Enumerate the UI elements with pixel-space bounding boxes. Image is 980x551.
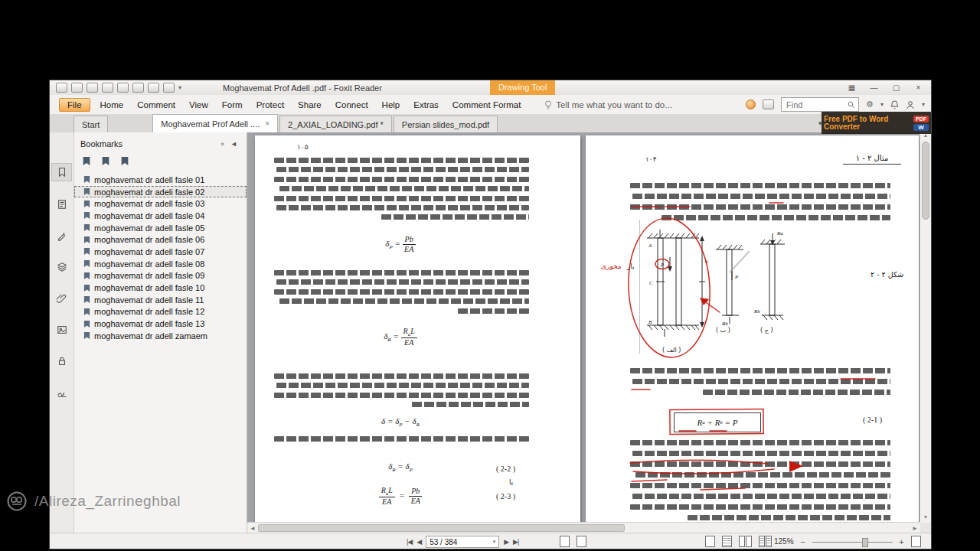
horizontal-scrollbar[interactable]: ◄ ► — [247, 522, 920, 533]
typewriter-icon[interactable] — [763, 99, 774, 109]
vertical-scrollbar-thumb[interactable] — [922, 142, 929, 220]
notification-bell-icon[interactable] — [890, 100, 899, 109]
bookmarks-expand-icon[interactable]: » — [217, 140, 227, 148]
menu-help[interactable]: Help — [375, 98, 407, 112]
layers-panel-icon[interactable] — [52, 259, 71, 276]
tab-moghavemat[interactable]: Moghavemat Prof Adell .... × — [152, 114, 278, 132]
horizontal-scrollbar-thumb[interactable] — [258, 524, 625, 532]
settings-caret-icon[interactable]: ▾ — [880, 101, 884, 108]
snapshot-icon[interactable] — [148, 83, 159, 93]
previous-page-icon[interactable]: ◀ — [416, 538, 421, 546]
bookmark-item[interactable]: moghavemat dr adell fasle 11 — [74, 294, 247, 306]
user-caret-icon[interactable]: ▾ — [922, 101, 925, 108]
hand-tool-icon[interactable] — [163, 83, 175, 93]
scroll-down-icon[interactable]: ▼ — [920, 514, 931, 523]
equation-tag: ( 2-1 ) — [863, 416, 882, 424]
tab-persian-slides[interactable]: Persian slides_mod.pdf — [394, 116, 498, 132]
page-spinner-icon[interactable]: ▾ — [493, 539, 496, 545]
bookmark-item[interactable]: moghavemat dr adell fasle 07 — [74, 246, 247, 258]
menu-connect[interactable]: Connect — [328, 98, 375, 112]
menu-home[interactable]: Home — [93, 98, 131, 112]
bookmark-item[interactable]: moghavemat dr adell fasle 06 — [74, 233, 247, 246]
search-icon[interactable] — [848, 101, 855, 109]
email-icon[interactable] — [87, 83, 98, 93]
undo-icon[interactable] — [117, 83, 129, 93]
ad-line1: Free PDF to Word — [824, 116, 910, 123]
menu-comment[interactable]: Comment — [130, 98, 182, 112]
bookmark-item[interactable]: moghavemat dr adell fasle 10 — [74, 282, 247, 294]
maximize-button[interactable]: ▢ — [885, 80, 907, 94]
bookmark-item[interactable]: moghavemat dr adell zamaem — [74, 330, 247, 342]
find-box[interactable] — [781, 97, 859, 112]
page-thumbnails-panel-icon[interactable] — [52, 196, 71, 213]
close-button[interactable]: × — [907, 80, 929, 94]
next-page-icon[interactable]: ▶ — [504, 538, 508, 546]
bookmark-actions-icon[interactable] — [101, 156, 110, 166]
bookmark-item[interactable]: moghavemat dr adell fasle 05 — [74, 222, 247, 234]
tab-close-icon[interactable]: × — [265, 119, 270, 128]
find-input[interactable] — [785, 99, 844, 110]
continuous-facing-view-icon[interactable] — [759, 536, 772, 547]
tab-start[interactable]: Start — [74, 116, 108, 132]
security-lock-panel-icon[interactable] — [52, 353, 71, 370]
facing-view-icon[interactable] — [739, 536, 752, 547]
open-file-icon[interactable] — [56, 83, 67, 93]
continuous-view-icon[interactable] — [722, 536, 732, 547]
menu-view[interactable]: View — [182, 98, 215, 112]
foxit-orb-icon[interactable] — [746, 99, 756, 109]
first-page-icon[interactable]: |◀ — [407, 538, 412, 546]
menu-extras[interactable]: Extras — [407, 98, 446, 112]
annotations-panel-icon[interactable] — [52, 227, 71, 244]
customize-toolbar-caret-icon[interactable]: ▾ — [178, 84, 181, 91]
bookmark-item[interactable]: moghavemat dr adell fasle 13 — [74, 318, 247, 330]
signature-panel-icon[interactable] — [52, 384, 71, 401]
pdf-to-word-ad[interactable]: Free PDF to Word Converter PDF W — [822, 112, 931, 134]
tab-axial-loading[interactable]: 2_AXIAL_LOADING.pdf * — [279, 116, 392, 132]
equation-tag: ( 2-3 ) — [496, 492, 515, 500]
paragraph-text — [274, 436, 529, 445]
settings-gear-icon[interactable]: ⚙ — [866, 99, 874, 109]
scroll-right-icon[interactable]: ► — [910, 525, 920, 532]
user-account-icon[interactable] — [906, 100, 915, 109]
tell-me-box[interactable]: Tell me what you want to do... — [544, 100, 672, 109]
menu-protect[interactable]: Protect — [250, 98, 291, 112]
bookmarks-panel: Bookmarks » ◄ moghavemat dr adell fasle … — [74, 132, 247, 533]
bookmark-item[interactable]: moghavemat dr adell fasle 01 — [74, 174, 247, 186]
expand-all-bookmarks-icon[interactable] — [120, 156, 129, 166]
zoom-slider-thumb[interactable] — [862, 538, 868, 547]
scroll-left-icon[interactable]: ◄ — [247, 525, 258, 532]
bookmark-item[interactable]: moghavemat dr adell fasle 12 — [74, 306, 247, 318]
menu-comment-format[interactable]: Comment Format — [446, 98, 528, 112]
page-navigation: |◀ ◀ 53 / 384 ▾ ▶ ▶| — [407, 536, 518, 548]
fit-page-icon[interactable] — [911, 536, 921, 547]
zoom-out-icon[interactable]: − — [799, 537, 807, 546]
zoom-percentage[interactable]: 125% — [774, 537, 794, 546]
zoom-in-icon[interactable]: + — [898, 537, 906, 546]
attachments-panel-icon[interactable] — [52, 290, 71, 307]
bookmark-item[interactable]: moghavemat dr adell fasle 04 — [74, 210, 247, 222]
previous-view-icon[interactable] — [560, 536, 570, 547]
apps-grid-icon[interactable]: ▦ — [841, 80, 863, 94]
bookmark-item[interactable]: moghavemat dr adell fasle 03 — [74, 197, 247, 210]
stamps-panel-icon[interactable] — [52, 321, 71, 338]
bookmarks-collapse-panel-icon[interactable]: ◄ — [227, 140, 240, 148]
last-page-icon[interactable]: ▶| — [513, 538, 518, 546]
title-bar: ▾ Moghavemat Prof Adell .pdf - Foxit Rea… — [50, 80, 931, 96]
minimize-button[interactable]: — — [863, 80, 885, 94]
menu-form[interactable]: Form — [215, 98, 250, 112]
next-view-icon[interactable] — [577, 536, 586, 547]
vertical-scrollbar[interactable]: ▲ ▼ — [920, 132, 931, 523]
single-page-view-icon[interactable] — [705, 536, 715, 547]
zoom-slider[interactable] — [812, 536, 893, 547]
bookmark-item[interactable]: moghavemat dr adell fasle 09 — [74, 270, 247, 282]
save-icon[interactable] — [71, 83, 83, 93]
bookmark-item-selected[interactable]: moghavemat dr adeli fasle 02 — [74, 186, 247, 198]
bookmark-item[interactable]: moghavemat dr adell fasle 08 — [74, 258, 247, 270]
menu-file[interactable]: File — [59, 98, 90, 112]
redo-icon[interactable] — [132, 83, 144, 93]
page-number-input[interactable]: 53 / 384 ▾ — [426, 536, 499, 548]
print-icon[interactable] — [102, 83, 113, 93]
bookmarks-panel-icon[interactable] — [51, 163, 72, 181]
new-bookmark-icon[interactable] — [82, 156, 91, 166]
menu-share[interactable]: Share — [291, 98, 328, 112]
